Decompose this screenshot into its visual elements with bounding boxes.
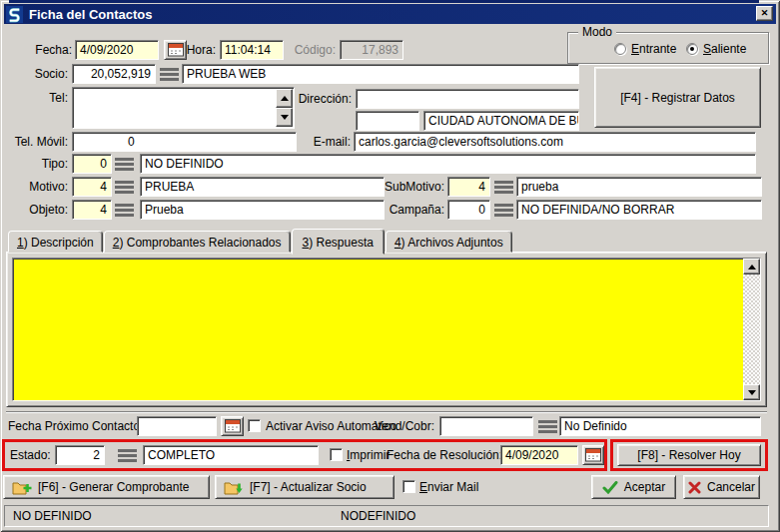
radio-saliente-dot xyxy=(686,43,698,55)
submotivo-label: SubMotivo: xyxy=(383,177,444,197)
window-title: Ficha del Contactos xyxy=(29,7,153,22)
status-center: NODEFINIDO xyxy=(341,509,415,523)
tab-respuesta[interactable]: 3) Respuesta xyxy=(292,229,385,255)
folder-download-icon xyxy=(224,480,244,495)
respuesta-scroll-down-button[interactable] xyxy=(743,384,760,400)
submotivo-lookup-button[interactable] xyxy=(494,177,513,197)
socio-lookup-button[interactable] xyxy=(160,64,179,84)
modo-label: Modo xyxy=(578,25,616,40)
arrow-up-icon xyxy=(748,265,756,269)
fecha-calendar-button[interactable] xyxy=(164,40,187,60)
fecha-resolucion-input[interactable]: 4/09/2020 xyxy=(500,445,578,465)
direccion-line2b-field[interactable]: CIUDAD AUTONOMA DE BUEN xyxy=(423,111,579,131)
tel-scroll-down-button[interactable] xyxy=(276,108,293,127)
x-icon xyxy=(688,481,701,494)
campana-lookup-button[interactable] xyxy=(494,200,513,220)
socio-code-input[interactable]: 20,052,919 xyxy=(72,64,156,84)
socio-name-field[interactable]: PRUEBA WEB xyxy=(182,64,579,84)
registrar-datos-button[interactable]: [F4] - Registrar Datos xyxy=(594,67,761,128)
estado-code-input[interactable]: 2 xyxy=(55,445,105,465)
submotivo-code-input[interactable]: 4 xyxy=(447,177,490,197)
enviar-mail-checkbox[interactable] xyxy=(402,480,415,493)
calendar-icon xyxy=(585,448,601,462)
tab-archivos-adjuntos[interactable]: 4) Archivos Adjuntos xyxy=(386,231,512,253)
campana-code-input[interactable]: 0 xyxy=(447,200,490,220)
fecha-proximo-input[interactable] xyxy=(137,416,217,436)
hora-input[interactable]: 11:04:14 xyxy=(220,40,284,60)
tab-descripcion[interactable]: 1) Descripción xyxy=(8,231,103,253)
codigo-label: Código: xyxy=(293,40,336,60)
fecha-resolucion-calendar-button[interactable] xyxy=(582,445,604,465)
submotivo-desc-field[interactable]: prueba xyxy=(516,177,762,197)
tab-strip: 1) Descripción 2) Comprobantes Relaciona… xyxy=(8,229,513,253)
separator xyxy=(6,411,767,413)
motivo-lookup-button[interactable] xyxy=(115,177,134,197)
resolver-hoy-button[interactable]: [F8] - Resolver Hoy xyxy=(617,444,761,466)
direccion-label: Dirección: xyxy=(295,89,352,109)
hora-label: Hora: xyxy=(186,40,216,60)
socio-label: Socio: xyxy=(16,64,68,84)
tel-scrollbar xyxy=(276,89,293,127)
respuesta-scrollbar[interactable] xyxy=(743,259,760,400)
motivo-desc-field[interactable]: PRUEBA xyxy=(140,177,385,197)
radio-entrante-label: Entrante xyxy=(631,42,676,56)
vend-cobr-lookup-button[interactable] xyxy=(538,416,557,436)
tel-scroll-up-button[interactable] xyxy=(276,89,293,108)
radio-entrante[interactable]: Entrante xyxy=(614,42,676,56)
radio-saliente[interactable]: Saliente xyxy=(686,42,746,56)
tel-movil-input[interactable]: 0 xyxy=(72,132,297,152)
actualizar-socio-button[interactable]: [F7] - Actualizar Socio xyxy=(215,475,394,499)
close-button[interactable]: ✕ xyxy=(756,6,773,21)
aviso-checkbox[interactable] xyxy=(248,419,261,432)
radio-saliente-label: Saliente xyxy=(703,42,746,56)
campana-desc-field[interactable]: NO DEFINIDA/NO BORRAR xyxy=(516,200,762,220)
tel-movil-label: Tel. Móvil: xyxy=(8,132,68,152)
fecha-proximo-label: Fecha Próximo Contacto: xyxy=(8,416,136,436)
direccion-line1-input[interactable] xyxy=(356,89,579,109)
background-window-edge xyxy=(9,0,759,3)
calendar-icon xyxy=(168,43,184,57)
vend-cobr-label: Vend/Cobr: xyxy=(375,416,434,436)
tab-page-respuesta xyxy=(6,252,767,407)
tel-input[interactable] xyxy=(72,87,295,129)
respuesta-textarea[interactable] xyxy=(12,258,761,401)
vend-cobr-desc-field[interactable]: No Definido xyxy=(559,416,761,436)
tab-comprobantes-relacionados[interactable]: 2) Comprobantes Relacionados xyxy=(104,231,291,253)
generar-comprobante-button[interactable]: [F6] - Generar Comprobante xyxy=(3,475,210,499)
direccion-line2a-input[interactable] xyxy=(356,111,419,131)
tipo-desc-field[interactable]: NO DEFINIDO xyxy=(140,154,756,174)
objeto-desc-field[interactable]: Prueba xyxy=(140,200,385,220)
tipo-lookup-button[interactable] xyxy=(115,154,134,174)
check-icon xyxy=(602,481,618,494)
objeto-code-input[interactable]: 4 xyxy=(72,200,112,220)
aceptar-button[interactable]: Aceptar xyxy=(591,475,676,499)
dialog-ficha-del-contactos: Ficha del Contactos ✕ Fecha: 4/09/2020 H… xyxy=(0,0,780,532)
motivo-code-input[interactable]: 4 xyxy=(72,177,112,197)
fecha-proximo-calendar-button[interactable] xyxy=(221,416,244,436)
respuesta-scroll-track[interactable] xyxy=(743,274,760,384)
arrow-down-icon xyxy=(748,390,756,395)
close-icon: ✕ xyxy=(761,8,769,18)
motivo-label: Motivo: xyxy=(8,177,68,197)
email-label: E-mail: xyxy=(306,132,351,152)
calendar-icon xyxy=(225,419,241,433)
estado-lookup-button[interactable] xyxy=(118,445,137,465)
tel-label: Tel: xyxy=(8,88,68,108)
enviar-mail-label: Enviar Mail xyxy=(419,477,489,497)
imprimir-checkbox[interactable] xyxy=(330,448,343,461)
estado-label: Estado: xyxy=(10,445,52,465)
vend-cobr-input[interactable] xyxy=(439,416,533,436)
app-icon xyxy=(6,6,23,23)
objeto-lookup-button[interactable] xyxy=(115,200,134,220)
arrow-up-icon xyxy=(281,96,289,101)
modo-groupbox: Modo Entrante Saliente xyxy=(567,32,769,64)
arrow-down-icon xyxy=(281,115,289,120)
tipo-label: Tipo: xyxy=(8,154,68,174)
cancelar-button[interactable]: Cancelar xyxy=(683,475,760,499)
email-input[interactable]: carlos.garcia@cleversoftsolutions.com xyxy=(354,132,756,152)
tipo-code-input[interactable]: 0 xyxy=(72,154,112,174)
fecha-input[interactable]: 4/09/2020 xyxy=(75,40,159,60)
respuesta-scroll-up-button[interactable] xyxy=(743,259,760,274)
titlebar: Ficha del Contactos ✕ xyxy=(4,4,776,24)
estado-desc-field[interactable]: COMPLETO xyxy=(143,445,319,465)
